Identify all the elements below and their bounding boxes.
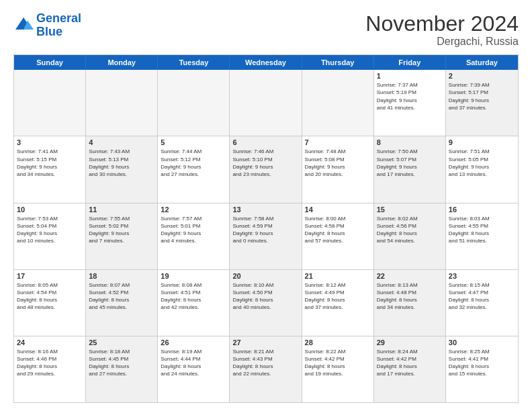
day-number: 29 xyxy=(377,338,443,347)
table-row: 9Sunrise: 7:51 AMSunset: 5:05 PMDaylight… xyxy=(446,136,518,202)
day-info: Sunrise: 8:03 AMSunset: 4:55 PMDaylight:… xyxy=(449,215,515,245)
page-title: November 2024 xyxy=(365,12,519,36)
day-info: Sunrise: 8:07 AMSunset: 4:52 PMDaylight:… xyxy=(89,281,154,312)
table-row: 12Sunrise: 7:57 AMSunset: 5:01 PMDayligh… xyxy=(158,203,230,269)
day-number: 25 xyxy=(89,338,154,347)
day-info: Sunrise: 8:00 AMSunset: 4:58 PMDaylight:… xyxy=(305,215,371,245)
day-header-thursday: Thursday xyxy=(302,55,374,70)
table-row: 20Sunrise: 8:10 AMSunset: 4:50 PMDayligh… xyxy=(230,270,302,336)
day-number: 10 xyxy=(17,205,83,214)
table-row: 29Sunrise: 8:24 AMSunset: 4:42 PMDayligh… xyxy=(374,336,446,402)
day-info: Sunrise: 8:25 AMSunset: 4:41 PMDaylight:… xyxy=(449,348,515,378)
table-row xyxy=(86,70,158,136)
title-block: November 2024 Dergachi, Russia xyxy=(365,12,519,48)
page: General Blue November 2024 Dergachi, Rus… xyxy=(0,0,532,411)
day-number: 12 xyxy=(161,205,226,214)
table-row: 7Sunrise: 7:48 AMSunset: 5:08 PMDaylight… xyxy=(302,136,374,202)
day-info: Sunrise: 8:24 AMSunset: 4:42 PMDaylight:… xyxy=(377,348,443,378)
day-info: Sunrise: 8:16 AMSunset: 4:46 PMDaylight:… xyxy=(17,348,83,378)
day-info: Sunrise: 7:55 AMSunset: 5:02 PMDaylight:… xyxy=(89,215,154,245)
day-number: 22 xyxy=(377,272,443,280)
day-number: 17 xyxy=(17,272,83,280)
logo-text: General Blue xyxy=(36,12,81,39)
calendar-week-4: 17Sunrise: 8:05 AMSunset: 4:54 PMDayligh… xyxy=(14,270,518,336)
day-number: 18 xyxy=(89,272,154,280)
day-header-saturday: Saturday xyxy=(446,55,518,70)
day-number: 21 xyxy=(305,272,371,280)
day-number: 30 xyxy=(449,338,515,347)
day-info: Sunrise: 8:10 AMSunset: 4:50 PMDaylight:… xyxy=(232,281,298,312)
table-row: 23Sunrise: 8:15 AMSunset: 4:47 PMDayligh… xyxy=(446,270,518,336)
table-row: 10Sunrise: 7:53 AMSunset: 5:04 PMDayligh… xyxy=(14,203,86,269)
day-number: 11 xyxy=(89,205,154,214)
day-number: 23 xyxy=(449,272,515,280)
day-number: 13 xyxy=(232,205,298,214)
day-info: Sunrise: 7:53 AMSunset: 5:04 PMDaylight:… xyxy=(17,215,83,245)
table-row xyxy=(158,70,230,136)
table-row: 26Sunrise: 8:19 AMSunset: 4:44 PMDayligh… xyxy=(158,336,230,402)
day-number: 27 xyxy=(232,338,298,347)
table-row: 14Sunrise: 8:00 AMSunset: 4:58 PMDayligh… xyxy=(302,203,374,269)
day-number: 20 xyxy=(232,272,298,280)
day-info: Sunrise: 7:46 AMSunset: 5:10 PMDaylight:… xyxy=(232,148,298,178)
day-info: Sunrise: 7:37 AMSunset: 5:19 PMDaylight:… xyxy=(377,81,443,111)
table-row: 1Sunrise: 7:37 AMSunset: 5:19 PMDaylight… xyxy=(374,70,446,136)
table-row: 5Sunrise: 7:44 AMSunset: 5:12 PMDaylight… xyxy=(158,136,230,202)
day-info: Sunrise: 8:15 AMSunset: 4:47 PMDaylight:… xyxy=(449,281,515,312)
calendar-body: 1Sunrise: 7:37 AMSunset: 5:19 PMDaylight… xyxy=(14,70,518,402)
calendar-week-5: 24Sunrise: 8:16 AMSunset: 4:46 PMDayligh… xyxy=(14,336,518,402)
day-header-wednesday: Wednesday xyxy=(230,55,302,70)
table-row: 3Sunrise: 7:41 AMSunset: 5:15 PMDaylight… xyxy=(14,136,86,202)
day-number: 15 xyxy=(377,205,443,214)
table-row: 6Sunrise: 7:46 AMSunset: 5:10 PMDaylight… xyxy=(230,136,302,202)
table-row: 18Sunrise: 8:07 AMSunset: 4:52 PMDayligh… xyxy=(86,270,158,336)
day-header-tuesday: Tuesday xyxy=(158,55,230,70)
table-row: 22Sunrise: 8:13 AMSunset: 4:48 PMDayligh… xyxy=(374,270,446,336)
day-info: Sunrise: 8:02 AMSunset: 4:56 PMDaylight:… xyxy=(377,215,443,245)
day-header-sunday: Sunday xyxy=(14,55,86,70)
table-row: 2Sunrise: 7:39 AMSunset: 5:17 PMDaylight… xyxy=(446,70,518,136)
header: General Blue November 2024 Dergachi, Rus… xyxy=(13,12,519,48)
day-number: 24 xyxy=(17,338,83,347)
table-row: 19Sunrise: 8:08 AMSunset: 4:51 PMDayligh… xyxy=(158,270,230,336)
day-info: Sunrise: 7:41 AMSunset: 5:15 PMDaylight:… xyxy=(17,148,83,178)
logo-icon xyxy=(13,15,34,36)
logo: General Blue xyxy=(13,12,81,39)
day-number: 7 xyxy=(305,138,371,146)
day-number: 6 xyxy=(232,138,298,146)
table-row: 27Sunrise: 8:21 AMSunset: 4:43 PMDayligh… xyxy=(230,336,302,402)
day-number: 28 xyxy=(305,338,371,347)
day-info: Sunrise: 7:39 AMSunset: 5:17 PMDaylight:… xyxy=(449,81,515,111)
day-info: Sunrise: 8:18 AMSunset: 4:45 PMDaylight:… xyxy=(89,348,154,378)
day-number: 14 xyxy=(305,205,371,214)
calendar-week-2: 3Sunrise: 7:41 AMSunset: 5:15 PMDaylight… xyxy=(14,136,518,203)
table-row: 8Sunrise: 7:50 AMSunset: 5:07 PMDaylight… xyxy=(374,136,446,202)
calendar-week-1: 1Sunrise: 7:37 AMSunset: 5:19 PMDaylight… xyxy=(14,70,518,136)
day-info: Sunrise: 7:50 AMSunset: 5:07 PMDaylight:… xyxy=(377,148,443,178)
day-info: Sunrise: 8:21 AMSunset: 4:43 PMDaylight:… xyxy=(232,348,298,378)
table-row: 15Sunrise: 8:02 AMSunset: 4:56 PMDayligh… xyxy=(374,203,446,269)
day-info: Sunrise: 7:51 AMSunset: 5:05 PMDaylight:… xyxy=(449,148,515,178)
day-number: 2 xyxy=(449,72,515,80)
day-header-monday: Monday xyxy=(86,55,158,70)
day-info: Sunrise: 7:57 AMSunset: 5:01 PMDaylight:… xyxy=(161,215,226,245)
day-info: Sunrise: 7:44 AMSunset: 5:12 PMDaylight:… xyxy=(161,148,226,178)
day-number: 8 xyxy=(377,138,443,146)
table-row: 25Sunrise: 8:18 AMSunset: 4:45 PMDayligh… xyxy=(86,336,158,402)
table-row: 30Sunrise: 8:25 AMSunset: 4:41 PMDayligh… xyxy=(446,336,518,402)
day-number: 26 xyxy=(161,338,226,347)
table-row: 11Sunrise: 7:55 AMSunset: 5:02 PMDayligh… xyxy=(86,203,158,269)
day-info: Sunrise: 7:48 AMSunset: 5:08 PMDaylight:… xyxy=(305,148,371,178)
day-info: Sunrise: 8:08 AMSunset: 4:51 PMDaylight:… xyxy=(161,281,226,312)
day-number: 4 xyxy=(89,138,154,146)
day-number: 19 xyxy=(161,272,226,280)
day-number: 5 xyxy=(161,138,226,146)
table-row: 24Sunrise: 8:16 AMSunset: 4:46 PMDayligh… xyxy=(14,336,86,402)
calendar-week-3: 10Sunrise: 7:53 AMSunset: 5:04 PMDayligh… xyxy=(14,203,518,270)
calendar-header: SundayMondayTuesdayWednesdayThursdayFrid… xyxy=(14,55,518,70)
table-row: 4Sunrise: 7:43 AMSunset: 5:13 PMDaylight… xyxy=(86,136,158,202)
table-row xyxy=(230,70,302,136)
table-row: 16Sunrise: 8:03 AMSunset: 4:55 PMDayligh… xyxy=(446,203,518,269)
day-number: 9 xyxy=(449,138,515,146)
page-subtitle: Dergachi, Russia xyxy=(365,36,519,48)
